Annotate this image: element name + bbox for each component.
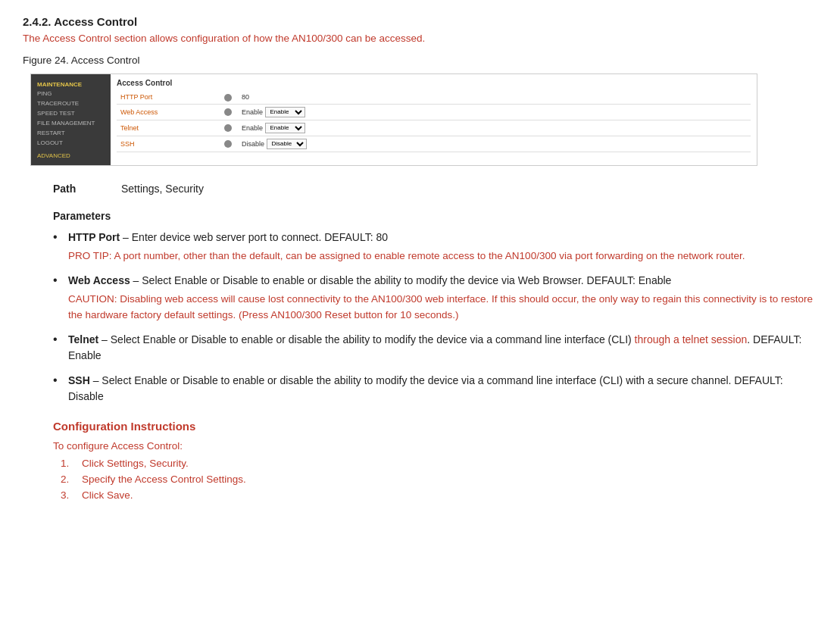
param-note-http: PRO TIP: A port number, other than the d… [68, 249, 814, 264]
ssh-select[interactable]: DisableEnable [267, 139, 307, 149]
row-icon-telnet [208, 120, 238, 136]
table-row: HTTP Port 80 [117, 91, 751, 104]
sidebar-item-speed-test[interactable]: Speed Test [31, 108, 111, 118]
sidebar-item-logout[interactable]: Logout [31, 138, 111, 148]
step-num-1: 1. [61, 458, 82, 469]
config-section: Configuration Instructions To configure … [53, 420, 814, 501]
section-intro: The Access Control section allows config… [23, 33, 814, 44]
param-name-web: Web Access [68, 274, 130, 286]
web-access-select[interactable]: EnableDisable [265, 107, 305, 117]
config-intro: To configure Access Control: [53, 440, 814, 452]
row-label-telnet: Telnet [117, 120, 208, 136]
main-panel: Access Control HTTP Port 80 Web Access E… [111, 74, 757, 165]
path-label: Path [53, 181, 121, 195]
param-list: HTTP Port – Enter device web server port… [53, 230, 814, 405]
sidebar-item-restart[interactable]: Restart [31, 128, 111, 138]
path-value: Settings, Security [121, 181, 204, 195]
config-step-3: 3. Click Save. [61, 489, 814, 501]
config-step-2: 2. Specify the Access Control Settings. [61, 474, 814, 485]
table-row: Web Access Enable EnableDisable [117, 104, 751, 120]
sidebar-item-traceroute[interactable]: Traceroute [31, 98, 111, 108]
row-control-telnet[interactable]: Enable EnableDisable [238, 120, 751, 136]
step-num-3: 3. [61, 489, 82, 501]
param-note-web: CAUTION: Disabling web access will cause… [68, 292, 814, 323]
list-item-http: HTTP Port – Enter device web server port… [53, 230, 814, 264]
step-text-1: Click Settings, Security. [82, 458, 189, 469]
access-control-panel-title: Access Control [117, 79, 751, 87]
sidebar-item-advanced[interactable]: Advanced [31, 151, 111, 161]
path-section: Path Settings, Security [53, 181, 814, 195]
param-desc-web: – Select Enable or Disable to enable or … [130, 274, 672, 286]
row-icon-ssh [208, 136, 238, 152]
row-icon-web [208, 104, 238, 120]
row-control-http[interactable]: 80 [238, 91, 751, 104]
list-item-web-access: Web Access – Select Enable or Disable to… [53, 273, 814, 323]
sidebar-item-file-management[interactable]: File Management [31, 118, 111, 128]
param-desc-http: – Enter device web server port to connec… [120, 231, 388, 243]
row-label-ssh: SSH [117, 136, 208, 152]
row-icon-http [208, 91, 238, 104]
step-text-2: Specify the Access Control Settings. [82, 474, 246, 485]
figure-label: Figure 24. Access Control [23, 55, 814, 66]
telnet-select[interactable]: EnableDisable [265, 123, 305, 133]
list-item-ssh: SSH – Select Enable or Disable to enable… [53, 373, 814, 405]
param-name-ssh: SSH [68, 374, 90, 386]
list-item-telnet: Telnet – Select Enable or Disable to ena… [53, 332, 814, 364]
param-name-telnet: Telnet [68, 333, 98, 345]
param-name-http: HTTP Port [68, 231, 120, 243]
row-label-http: HTTP Port [117, 91, 208, 104]
parameters-section: Parameters HTTP Port – Enter device web … [53, 210, 814, 405]
row-control-ssh[interactable]: Disable DisableEnable [238, 136, 751, 152]
parameters-title: Parameters [53, 210, 814, 222]
table-row: SSH Disable DisableEnable [117, 136, 751, 152]
row-label-web-access: Web Access [117, 104, 208, 120]
param-desc-ssh: – Select Enable or Disable to enable or … [68, 374, 783, 402]
param-desc-telnet-1: – Select Enable or Disable to enable or … [98, 333, 634, 345]
figure-container: Maintenance Ping Traceroute Speed Test F… [30, 73, 757, 166]
access-control-table: HTTP Port 80 Web Access Enable EnableDis… [117, 91, 751, 152]
table-row: Telnet Enable EnableDisable [117, 120, 751, 136]
config-steps-list: 1. Click Settings, Security. 2. Specify … [61, 458, 814, 501]
row-control-web[interactable]: Enable EnableDisable [238, 104, 751, 120]
param-desc-telnet-link: through a telnet session [635, 333, 748, 345]
sidebar-section-label: Maintenance [31, 79, 111, 89]
section-title: 2.4.2. Access Control [23, 15, 814, 28]
step-text-3: Click Save. [82, 489, 133, 501]
sidebar-item-ping[interactable]: Ping [31, 89, 111, 98]
sidebar-panel: Maintenance Ping Traceroute Speed Test F… [31, 74, 111, 165]
config-title: Configuration Instructions [53, 420, 814, 433]
step-num-2: 2. [61, 474, 82, 485]
config-step-1: 1. Click Settings, Security. [61, 458, 814, 469]
